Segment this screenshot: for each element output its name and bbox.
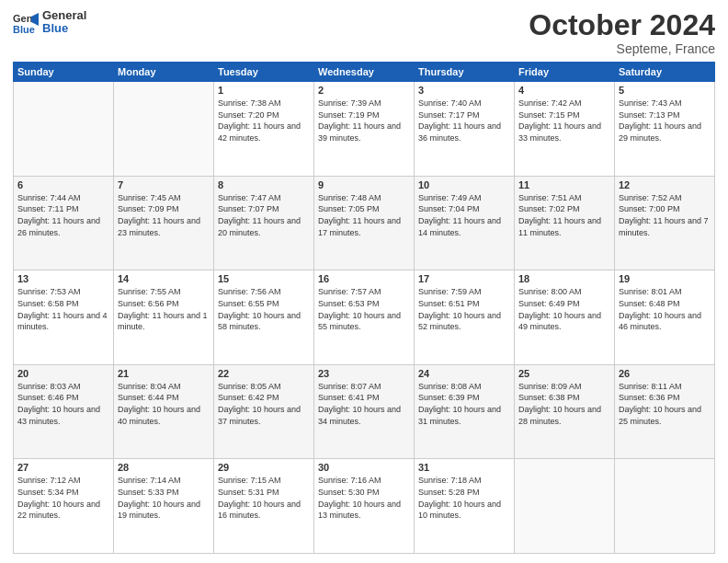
day-info: Sunrise: 8:08 AM Sunset: 6:39 PM Dayligh…: [418, 381, 510, 427]
calendar-cell: 4Sunrise: 7:42 AM Sunset: 7:15 PM Daylig…: [515, 82, 615, 177]
calendar-cell: 21Sunrise: 8:04 AM Sunset: 6:44 PM Dayli…: [114, 364, 214, 459]
calendar-cell: 18Sunrise: 8:00 AM Sunset: 6:49 PM Dayli…: [515, 270, 615, 365]
day-info: Sunrise: 8:07 AM Sunset: 6:41 PM Dayligh…: [318, 381, 410, 427]
day-info: Sunrise: 8:09 AM Sunset: 6:38 PM Dayligh…: [518, 381, 610, 427]
day-info: Sunrise: 7:55 AM Sunset: 6:56 PM Dayligh…: [118, 286, 210, 332]
calendar-cell: 13Sunrise: 7:53 AM Sunset: 6:58 PM Dayli…: [14, 270, 114, 365]
day-number: 10: [418, 179, 510, 190]
calendar-header-row: Sunday Monday Tuesday Wednesday Thursday…: [14, 63, 715, 82]
day-info: Sunrise: 8:11 AM Sunset: 6:36 PM Dayligh…: [619, 381, 711, 427]
day-number: 11: [518, 179, 610, 190]
calendar-cell: 6Sunrise: 7:44 AM Sunset: 7:11 PM Daylig…: [14, 176, 114, 270]
day-number: 31: [418, 462, 510, 473]
day-info: Sunrise: 7:49 AM Sunset: 7:04 PM Dayligh…: [418, 192, 510, 238]
calendar-cell: 29Sunrise: 7:15 AM Sunset: 5:31 PM Dayli…: [214, 459, 314, 554]
day-number: 5: [619, 85, 711, 96]
day-number: 6: [17, 179, 109, 190]
col-saturday: Saturday: [615, 63, 715, 82]
day-info: Sunrise: 7:38 AM Sunset: 7:20 PM Dayligh…: [218, 98, 310, 144]
day-info: Sunrise: 7:47 AM Sunset: 7:07 PM Dayligh…: [218, 192, 310, 238]
day-number: 7: [118, 179, 210, 190]
col-wednesday: Wednesday: [314, 63, 415, 82]
calendar-cell: 9Sunrise: 7:48 AM Sunset: 7:05 PM Daylig…: [314, 176, 415, 270]
day-info: Sunrise: 7:48 AM Sunset: 7:05 PM Dayligh…: [318, 192, 410, 238]
calendar-cell: 5Sunrise: 7:43 AM Sunset: 7:13 PM Daylig…: [615, 82, 715, 177]
calendar-cell: [615, 459, 715, 554]
day-number: 23: [318, 368, 410, 379]
calendar-cell: 27Sunrise: 7:12 AM Sunset: 5:34 PM Dayli…: [14, 459, 114, 554]
day-info: Sunrise: 7:15 AM Sunset: 5:31 PM Dayligh…: [218, 475, 310, 521]
calendar-cell: 26Sunrise: 8:11 AM Sunset: 6:36 PM Dayli…: [615, 364, 715, 459]
day-info: Sunrise: 7:45 AM Sunset: 7:09 PM Dayligh…: [118, 192, 210, 238]
day-info: Sunrise: 8:00 AM Sunset: 6:49 PM Dayligh…: [518, 286, 610, 332]
calendar-cell: 8Sunrise: 7:47 AM Sunset: 7:07 PM Daylig…: [214, 176, 314, 270]
calendar-week-1: 1Sunrise: 7:38 AM Sunset: 7:20 PM Daylig…: [14, 82, 715, 177]
day-info: Sunrise: 7:43 AM Sunset: 7:13 PM Dayligh…: [619, 98, 711, 144]
day-info: Sunrise: 7:14 AM Sunset: 5:33 PM Dayligh…: [118, 475, 210, 521]
calendar-cell: [515, 459, 615, 554]
day-info: Sunrise: 8:05 AM Sunset: 6:42 PM Dayligh…: [218, 381, 310, 427]
calendar-cell: 22Sunrise: 8:05 AM Sunset: 6:42 PM Dayli…: [214, 364, 314, 459]
calendar-cell: 11Sunrise: 7:51 AM Sunset: 7:02 PM Dayli…: [515, 176, 615, 270]
day-number: 26: [619, 368, 711, 379]
col-friday: Friday: [515, 63, 615, 82]
title-block: October 2024 Septeme, France: [529, 9, 715, 56]
calendar-cell: 14Sunrise: 7:55 AM Sunset: 6:56 PM Dayli…: [114, 270, 214, 365]
logo: General Blue General Blue: [13, 9, 86, 36]
svg-text:Blue: Blue: [13, 24, 35, 35]
day-number: 30: [318, 462, 410, 473]
day-info: Sunrise: 7:57 AM Sunset: 6:53 PM Dayligh…: [318, 286, 410, 332]
calendar-cell: 16Sunrise: 7:57 AM Sunset: 6:53 PM Dayli…: [314, 270, 415, 365]
day-number: 21: [118, 368, 210, 379]
calendar-cell: 2Sunrise: 7:39 AM Sunset: 7:19 PM Daylig…: [314, 82, 415, 177]
day-info: Sunrise: 8:03 AM Sunset: 6:46 PM Dayligh…: [17, 381, 109, 427]
day-number: 9: [318, 179, 410, 190]
day-info: Sunrise: 7:18 AM Sunset: 5:28 PM Dayligh…: [418, 475, 510, 521]
calendar-cell: 3Sunrise: 7:40 AM Sunset: 7:17 PM Daylig…: [415, 82, 515, 177]
logo-line2: Blue: [42, 22, 86, 35]
day-number: 4: [518, 85, 610, 96]
day-info: Sunrise: 7:40 AM Sunset: 7:17 PM Dayligh…: [418, 98, 510, 144]
day-number: 22: [218, 368, 310, 379]
day-info: Sunrise: 7:53 AM Sunset: 6:58 PM Dayligh…: [17, 286, 109, 332]
col-thursday: Thursday: [415, 63, 515, 82]
calendar-cell: 30Sunrise: 7:16 AM Sunset: 5:30 PM Dayli…: [314, 459, 415, 554]
calendar-cell: [14, 82, 114, 177]
calendar-cell: 15Sunrise: 7:56 AM Sunset: 6:55 PM Dayli…: [214, 270, 314, 365]
col-monday: Monday: [114, 63, 214, 82]
calendar-week-2: 6Sunrise: 7:44 AM Sunset: 7:11 PM Daylig…: [14, 176, 715, 270]
calendar-cell: [114, 82, 214, 177]
day-number: 3: [418, 85, 510, 96]
day-number: 29: [218, 462, 310, 473]
day-info: Sunrise: 8:04 AM Sunset: 6:44 PM Dayligh…: [118, 381, 210, 427]
day-info: Sunrise: 7:59 AM Sunset: 6:51 PM Dayligh…: [418, 286, 510, 332]
calendar-cell: 1Sunrise: 7:38 AM Sunset: 7:20 PM Daylig…: [214, 82, 314, 177]
calendar-cell: 25Sunrise: 8:09 AM Sunset: 6:38 PM Dayli…: [515, 364, 615, 459]
day-number: 20: [17, 368, 109, 379]
calendar-cell: 24Sunrise: 8:08 AM Sunset: 6:39 PM Dayli…: [415, 364, 515, 459]
calendar-cell: 20Sunrise: 8:03 AM Sunset: 6:46 PM Dayli…: [14, 364, 114, 459]
calendar-cell: 17Sunrise: 7:59 AM Sunset: 6:51 PM Dayli…: [415, 270, 515, 365]
calendar-week-4: 20Sunrise: 8:03 AM Sunset: 6:46 PM Dayli…: [14, 364, 715, 459]
calendar-week-5: 27Sunrise: 7:12 AM Sunset: 5:34 PM Dayli…: [14, 459, 715, 554]
day-number: 14: [118, 273, 210, 284]
page: General Blue General Blue October 2024 S…: [0, 0, 728, 563]
day-number: 1: [218, 85, 310, 96]
calendar-cell: 10Sunrise: 7:49 AM Sunset: 7:04 PM Dayli…: [415, 176, 515, 270]
day-number: 18: [518, 273, 610, 284]
calendar-week-3: 13Sunrise: 7:53 AM Sunset: 6:58 PM Dayli…: [14, 270, 715, 365]
header: General Blue General Blue October 2024 S…: [13, 9, 715, 56]
day-info: Sunrise: 7:42 AM Sunset: 7:15 PM Dayligh…: [518, 98, 610, 144]
day-info: Sunrise: 8:01 AM Sunset: 6:48 PM Dayligh…: [619, 286, 711, 332]
logo-line1: General: [42, 9, 86, 22]
day-number: 8: [218, 179, 310, 190]
day-info: Sunrise: 7:51 AM Sunset: 7:02 PM Dayligh…: [518, 192, 610, 238]
day-number: 13: [17, 273, 109, 284]
day-info: Sunrise: 7:44 AM Sunset: 7:11 PM Dayligh…: [17, 192, 109, 238]
calendar-cell: 31Sunrise: 7:18 AM Sunset: 5:28 PM Dayli…: [415, 459, 515, 554]
calendar-cell: 28Sunrise: 7:14 AM Sunset: 5:33 PM Dayli…: [114, 459, 214, 554]
calendar-cell: 12Sunrise: 7:52 AM Sunset: 7:00 PM Dayli…: [615, 176, 715, 270]
logo-icon: General Blue: [13, 9, 39, 35]
calendar-cell: 7Sunrise: 7:45 AM Sunset: 7:09 PM Daylig…: [114, 176, 214, 270]
title-month: October 2024: [529, 9, 715, 41]
